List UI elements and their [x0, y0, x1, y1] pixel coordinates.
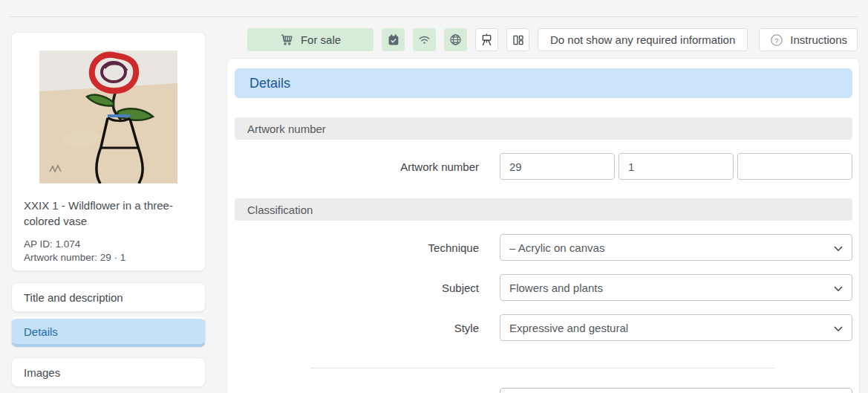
calendar-check-icon	[387, 33, 400, 47]
sidebar-item-label: Images	[24, 366, 60, 379]
partially-visible-field[interactable]	[500, 388, 852, 393]
artwork-number-label: Artwork number	[235, 160, 479, 173]
section-header-classification: Classification	[235, 198, 852, 221]
details-panel-header: Details	[235, 68, 852, 98]
artwork-ap-id: AP ID: 1.074	[24, 238, 193, 251]
artwork-number-input-1[interactable]	[500, 153, 615, 180]
subject-row: Subject Flowers and plants	[235, 274, 852, 301]
instructions-button[interactable]: ? Instructions	[759, 28, 858, 51]
sidebar-item-label: Title and description	[24, 291, 123, 304]
layout-columns-icon	[512, 33, 525, 47]
cart-icon	[280, 33, 294, 47]
subject-select[interactable]: Flowers and plants	[500, 274, 852, 301]
details-panel-title: Details	[249, 76, 290, 91]
do-not-show-required-button[interactable]: Do not show any required information	[538, 28, 748, 51]
svg-text:?: ?	[775, 36, 779, 44]
for-sale-label: For sale	[301, 33, 341, 46]
chevron-down-icon	[834, 322, 843, 334]
details-panel: Details Artwork number Artwork number Cl…	[226, 58, 860, 393]
artwork-summary-card: XXIX 1 - Wildflower in a three-colored v…	[11, 32, 206, 271]
top-divider	[10, 16, 858, 17]
style-select[interactable]: Expressive and gestural	[500, 314, 852, 341]
section-divider	[310, 368, 775, 368]
section-title: Classification	[247, 204, 313, 216]
globe-icon	[448, 33, 463, 47]
instructions-label: Instructions	[790, 33, 847, 46]
toolbar: For sale	[247, 28, 858, 51]
wifi-icon	[417, 33, 431, 47]
section-title: Artwork number	[247, 123, 326, 135]
technique-select[interactable]: – Acrylic on canvas	[500, 234, 852, 261]
easel-button[interactable]	[475, 28, 498, 51]
chevron-down-icon	[834, 241, 843, 254]
subject-label: Subject	[235, 282, 479, 294]
question-icon: ?	[769, 33, 784, 48]
artwork-number-summary: Artwork number: 29 · 1	[24, 251, 193, 264]
sidebar-item-details[interactable]: Details	[11, 316, 206, 347]
layout-columns-button[interactable]	[506, 28, 529, 51]
for-sale-button[interactable]: For sale	[247, 28, 373, 51]
technique-row: Technique – Acrylic on canvas	[235, 234, 852, 261]
easel-icon	[480, 33, 494, 47]
do-not-show-label: Do not show any required information	[550, 33, 735, 46]
sidebar-item-title-and-description[interactable]: Title and description	[11, 282, 206, 312]
artwork-number-input-3[interactable]	[737, 153, 852, 180]
artwork-thumbnail[interactable]	[39, 51, 177, 183]
chevron-down-icon	[834, 282, 843, 294]
technique-value: – Acrylic on canvas	[509, 241, 604, 254]
artwork-number-row: Artwork number	[235, 153, 852, 180]
app-screen: For sale	[0, 0, 868, 393]
style-value: Expressive and gestural	[509, 322, 628, 334]
section-header-artwork-number: Artwork number	[235, 117, 852, 140]
style-label: Style	[235, 322, 479, 334]
wifi-button[interactable]	[413, 28, 436, 51]
calendar-check-button[interactable]	[382, 28, 405, 51]
globe-button[interactable]	[444, 28, 467, 51]
sidebar-item-images[interactable]: Images	[11, 357, 206, 387]
artwork-title: XXIX 1 - Wildflower in a three-colored v…	[24, 198, 193, 229]
subject-value: Flowers and plants	[509, 282, 603, 294]
artwork-number-input-2[interactable]	[619, 153, 734, 180]
technique-label: Technique	[235, 241, 479, 254]
sidebar-item-label: Details	[24, 325, 58, 338]
artwork-number-fields	[500, 153, 852, 180]
style-row: Style Expressive and gestural	[235, 314, 852, 341]
